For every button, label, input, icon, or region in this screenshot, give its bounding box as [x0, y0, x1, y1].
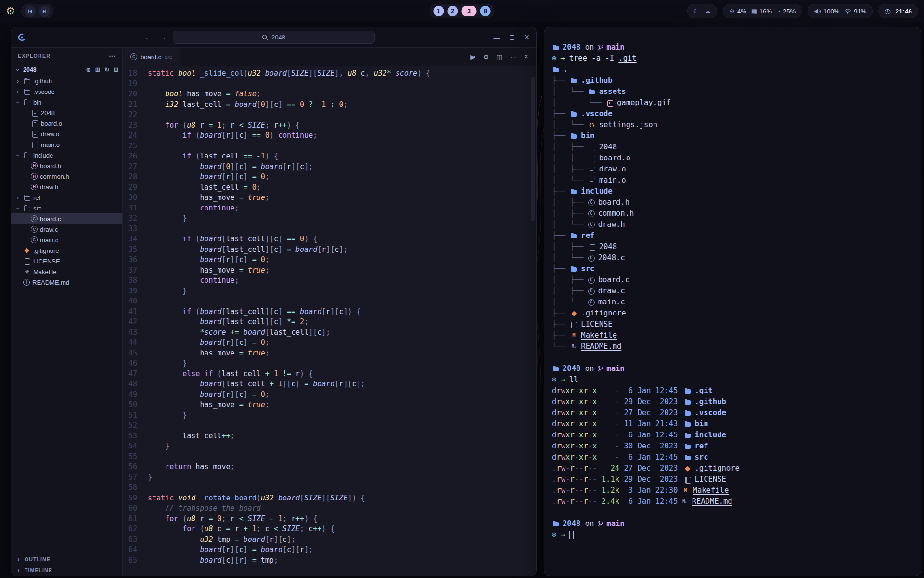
code-area[interactable]: 18static bool _slide_col(u32 board[SIZE]…: [123, 66, 536, 576]
code-line[interactable]: 25: [123, 141, 536, 152]
explorer-item-common.h[interactable]: Hcommon.h: [11, 171, 122, 182]
run-button[interactable]: ▶ ▾: [470, 53, 475, 61]
code-line[interactable]: 52: [123, 420, 536, 431]
code-line[interactable]: 35 board[last_cell][c] = board[r][c];: [123, 245, 536, 255]
code-line[interactable]: 20 bool has_move = false;: [123, 89, 536, 100]
forward-button[interactable]: →: [159, 33, 167, 42]
project-row[interactable]: › 2048 ⊕ ⊞ ↻ ⊟: [11, 64, 122, 76]
code-line[interactable]: 62 for (u8 c = r + 1; c < SIZE; c++) {: [123, 524, 536, 535]
explorer-item-2048[interactable]: 2048: [11, 107, 122, 118]
code-line[interactable]: 53 last_cell++;: [123, 431, 536, 442]
code-line[interactable]: 48 board[last_cell + 1][c] = board[r][c]…: [123, 379, 536, 390]
code-line[interactable]: 56 return has_move;: [123, 462, 536, 473]
explorer-item-ref[interactable]: ›ref: [11, 192, 122, 203]
code-line[interactable]: 40: [123, 296, 536, 307]
workspace-1[interactable]: 1: [434, 6, 444, 16]
close-button[interactable]: ×: [524, 32, 529, 42]
explorer-item-main.c[interactable]: Cmain.c: [11, 235, 122, 245]
titlebar-search[interactable]: 2048: [173, 31, 375, 44]
audio-network-widget[interactable]: 100% 91%: [808, 4, 873, 18]
code-line[interactable]: 55: [123, 452, 536, 462]
code-line[interactable]: 44 board[r][c] = 0;: [123, 338, 536, 348]
code-line[interactable]: 19: [123, 79, 536, 90]
tab-board-c[interactable]: C board.c src: [123, 48, 180, 66]
code-line[interactable]: 38 continue;: [123, 276, 536, 286]
refresh-icon[interactable]: ↻: [104, 66, 109, 73]
code-line[interactable]: 37 has_move = true;: [123, 265, 536, 276]
code-line[interactable]: 32 }: [123, 213, 536, 224]
explorer-item-board.h[interactable]: Hboard.h: [11, 160, 122, 171]
minimize-button[interactable]: —: [493, 34, 500, 41]
code-line[interactable]: 27 board[0][c] = board[r][c];: [123, 162, 536, 172]
explorer-item-include[interactable]: ›include: [11, 150, 122, 160]
code-line[interactable]: 61 for (u8 r = 0; r < SIZE - 1; r++) {: [123, 514, 536, 525]
explorer-item-src[interactable]: ›src: [11, 203, 122, 213]
more-actions-icon[interactable]: ⋯: [510, 53, 516, 61]
code-line[interactable]: 49 board[r][c] = 0;: [123, 390, 536, 400]
code-line[interactable]: 22: [123, 110, 536, 120]
code-line[interactable]: 64 board[r][c] = board[c][r];: [123, 545, 536, 555]
explorer-item-bin[interactable]: ›bin: [11, 97, 122, 107]
explorer-item-README.md[interactable]: iREADME.md: [11, 277, 122, 288]
collapse-all-icon[interactable]: ⊟: [114, 66, 118, 73]
system-stats-widget[interactable]: ⚙ 4% ▦ 16% ◔ 25%: [723, 4, 802, 18]
code-line[interactable]: 31 continue;: [123, 203, 536, 214]
code-line[interactable]: 18static bool _slide_col(u32 board[SIZE]…: [123, 68, 536, 79]
outline-section[interactable]: › OUTLINE: [11, 553, 122, 565]
explorer-item-Makefile[interactable]: ⚒Makefile: [11, 266, 122, 277]
code-line[interactable]: 65 board[c][r] = tmp;: [123, 555, 536, 566]
workspace-8[interactable]: 8: [480, 6, 491, 16]
code-line[interactable]: 39 }: [123, 286, 536, 297]
code-line[interactable]: 58: [123, 483, 536, 493]
explorer-item-.github[interactable]: ›.github: [11, 76, 122, 86]
code-line[interactable]: 47 else if (last_cell + 1 != r) {: [123, 369, 536, 380]
code-line[interactable]: 29 last_cell = 0;: [123, 183, 536, 193]
explorer-item-board.o[interactable]: board.o: [11, 118, 122, 129]
code-line[interactable]: 63 u32 tmp = board[r][c];: [123, 535, 536, 545]
code-line[interactable]: 30 has_move = true;: [123, 193, 536, 203]
new-folder-icon[interactable]: ⊞: [95, 66, 100, 73]
code-line[interactable]: 41 if (board[last_cell][c] == board[r][c…: [123, 307, 536, 317]
split-editor-icon[interactable]: ◫: [496, 53, 502, 61]
workspace-2[interactable]: 2: [448, 6, 458, 16]
terminal-window[interactable]: 2048 onmain❄→tree -a -I .git.├── .github…: [544, 27, 921, 576]
code-line[interactable]: 51 }: [123, 410, 536, 421]
code-line[interactable]: 23 for (u8 r = 1; r < SIZE; r++) {: [123, 120, 536, 131]
code-line[interactable]: 60 // transpose the board: [123, 503, 536, 514]
code-line[interactable]: 57}: [123, 473, 536, 483]
explorer-item-draw.h[interactable]: Hdraw.h: [11, 182, 122, 192]
explorer-item-.gitignore[interactable]: .gitignore: [11, 245, 122, 256]
new-file-icon[interactable]: ⊕: [86, 66, 91, 73]
explorer-item-main.o[interactable]: main.o: [11, 139, 122, 150]
workspace-3[interactable]: 3: [462, 6, 477, 16]
code-line[interactable]: 42 board[last_cell][c] *= 2;: [123, 317, 536, 328]
code-line[interactable]: 24 if (board[r][c] == 0) continue;: [123, 131, 536, 141]
explorer-item-board.c[interactable]: Cboard.c: [11, 213, 122, 224]
settings-gear-icon[interactable]: ⚙: [483, 53, 489, 61]
weather-widget[interactable]: ☾ ☁: [687, 4, 718, 18]
explorer-item-draw.c[interactable]: Cdraw.c: [11, 224, 122, 235]
code-line[interactable]: 36 board[r][c] = 0;: [123, 255, 536, 265]
code-line[interactable]: 54 }: [123, 441, 536, 452]
code-line[interactable]: 50 has_move = true;: [123, 400, 536, 410]
code-line[interactable]: 28 board[r][c] = 0;: [123, 172, 536, 183]
explorer-item-LICENSE[interactable]: LICENSE: [11, 256, 122, 266]
explorer-more-icon[interactable]: ⋯: [109, 52, 116, 60]
code-line[interactable]: 43 *score += board[last_cell][c];: [123, 328, 536, 338]
timeline-section[interactable]: › TIMELINE: [11, 565, 122, 576]
terminal-cursor[interactable]: [569, 531, 574, 539]
back-button[interactable]: ←: [145, 33, 153, 42]
media-previous-button[interactable]: [25, 6, 36, 17]
explorer-item-.vscode[interactable]: ›.vscode: [11, 86, 122, 97]
maximize-button[interactable]: [510, 35, 514, 40]
vscode-window[interactable]: ← → 2048 — × EXPLORER ⋯ › 2048 ⊕ ⊞: [11, 27, 537, 576]
code-line[interactable]: 46 }: [123, 358, 536, 369]
launcher-gear-icon[interactable]: ⚙: [6, 6, 15, 16]
media-next-button[interactable]: [39, 6, 50, 17]
editor-scrollbar[interactable]: [531, 77, 535, 221]
code-line[interactable]: 33: [123, 224, 536, 235]
explorer-item-draw.o[interactable]: draw.o: [11, 129, 122, 139]
clock-widget[interactable]: ◷ 21:46: [878, 4, 918, 18]
vscode-titlebar[interactable]: ← → 2048 — ×: [11, 27, 536, 48]
code-line[interactable]: 34 if (board[last_cell][c] == 0) {: [123, 234, 536, 245]
